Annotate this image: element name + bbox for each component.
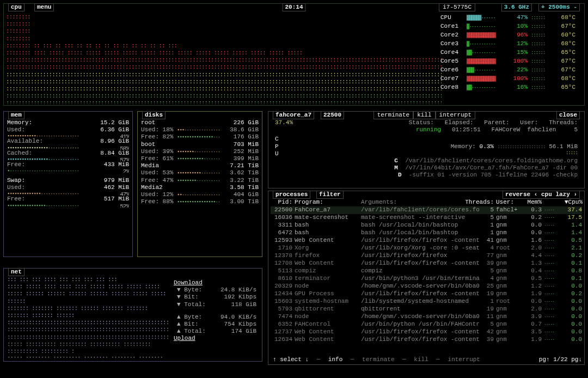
- process-row[interactable]: 12434 GPU Process /usr/lib/firefox/firef…: [271, 290, 582, 298]
- dn-bit: 192 Kibps: [224, 294, 256, 301]
- cpu-model: i7-5775C: [439, 3, 475, 11]
- detail-mem-pct: 0.3%: [480, 143, 494, 150]
- info-hint[interactable]: info: [328, 356, 342, 363]
- process-row[interactable]: 12737 Web Content /usr/lib/firefox/firef…: [271, 328, 582, 336]
- process-row[interactable]: 12634 Web Content /usr/lib/firefox/firef…: [271, 336, 582, 344]
- dn-total: 118 GiB: [231, 301, 256, 308]
- detail-user: fahclien: [528, 126, 556, 133]
- core-row: Core8 ▓▓·········· 16% :::::: 65°C: [440, 83, 582, 92]
- core-row: Core4 ▓▓·········· 15% :::::: 65°C: [440, 48, 582, 57]
- select-hint[interactable]: ↑ select ↓: [273, 356, 309, 363]
- dn-byte: 24.8 KiB/s: [220, 286, 256, 294]
- net-history-graph: ::: ::: ::: :::: ::: ::: ::: ::: ::: :::…: [7, 276, 170, 358]
- process-row[interactable]: 12378 firefox /usr/lib/firefox/firefox 7…: [271, 252, 582, 260]
- mem-title: mem: [8, 111, 24, 119]
- cpu-freq: 3.6 GHz: [501, 3, 532, 11]
- close-button[interactable]: close: [556, 111, 580, 119]
- cpu-title[interactable]: cpu: [8, 3, 24, 11]
- process-row[interactable]: 15603 systemd-hostnam /lib/systemd/syste…: [271, 298, 582, 306]
- process-row[interactable]: 7474 node /home/gnm/.vscode-server/bin/0…: [271, 313, 582, 321]
- core-row: Core5 ▓▓▓▓▓▓▓▓▓▓▓▓ 100% :::::: 67°C: [440, 57, 582, 66]
- footer-kill[interactable]: kill: [414, 356, 428, 363]
- process-row[interactable]: 22500 FahCore_a7 /var/lib/fahclient/core…: [271, 206, 582, 214]
- process-table-header: Pid: Program: Arguments: Threads: User: …: [271, 199, 582, 206]
- process-row[interactable]: 8610 terminator /usr/bin/python3 /usr/bi…: [271, 275, 582, 283]
- process-row[interactable]: 12708 Web Content /usr/lib/firefox/firef…: [271, 260, 582, 267]
- process-row[interactable]: 6472 bash bash /usr/local/bin/bashtop 1 …: [271, 229, 582, 237]
- cpu-core-list: CPU ▓▓▓▓▓▓······ 47% :::::: 68°C Core1 ▓…: [440, 14, 582, 92]
- clock: 20:14: [282, 3, 305, 11]
- core-row: Core1 ▓··········· 10% :::::: 67°C: [440, 22, 582, 31]
- process-row[interactable]: 3311 bash bash /usr/local/bin/bashtop 1 …: [271, 222, 582, 229]
- net-title: net: [8, 268, 24, 276]
- sort-mode[interactable]: reverse ‹ cpu lazy ›: [503, 191, 580, 199]
- up-total: 174 GiB: [231, 328, 256, 335]
- kill-button[interactable]: kill: [413, 111, 435, 119]
- detail-cpu-pct: 37.4%: [275, 119, 293, 126]
- detail-threads: 5: [574, 126, 578, 133]
- cpu-history-graph: :::::::: ::::::::: [6, 14, 442, 104]
- process-row[interactable]: 1710 Xorg /usr/lib/xorg/Xorg -core :0 -s…: [271, 245, 582, 252]
- terminate-button[interactable]: terminate: [373, 111, 413, 119]
- cpu-panel: cpu menu 20:14 + 2500ms - i7-5775C 3.6 G…: [3, 3, 585, 106]
- process-row[interactable]: 5793 qbittorrent qbittorrent 19 gnm 2.0 …: [271, 306, 582, 313]
- processes-panel: processes filter reverse ‹ cpu lazy › Pi…: [268, 191, 585, 365]
- disks-title: disks: [142, 111, 166, 119]
- process-table[interactable]: 22500 FahCore_a7 /var/lib/fahclient/core…: [271, 206, 582, 356]
- cmd-c: /var/lib/fahclient/cores/cores.foldingat…: [405, 157, 578, 164]
- detail-proc-name: fahcore_a7: [273, 111, 314, 119]
- up-bit: 754 Kibps: [224, 321, 256, 328]
- process-row[interactable]: 20329 node /home/gnm/.vscode-server/bin/…: [271, 283, 582, 290]
- cmd-m: /v7/lin/64bit/avx/Core_a7.fah/FahCore_a7…: [405, 164, 578, 171]
- detail-elapsed: 01:25:51: [452, 126, 481, 133]
- process-actions: terminate kill interrupt: [373, 111, 475, 119]
- process-detail-panel: fahcore_a7 22500 terminate kill interrup…: [268, 111, 585, 188]
- process-row[interactable]: 16036 mate-screenshot mate-screenshot --…: [271, 214, 582, 222]
- download-label: Download: [174, 279, 260, 286]
- processes-title: processes: [273, 191, 310, 199]
- process-row[interactable]: 12593 Web Content /usr/lib/firefox/firef…: [271, 237, 582, 245]
- detail-mini-graph: :::::: [566, 150, 578, 157]
- mem-panel: mem Memory:15.2 GiB Used:6.36 GiB ▪▪▪▪▪▪…: [3, 111, 133, 257]
- processes-footer: ↑ select ↓ ─ info ─ terminate ─ kill ─ i…: [271, 356, 582, 363]
- core-row: Core3 ▓··········· 12% :::::: 68°C: [440, 40, 582, 48]
- detail-mem-val: 56.1 MiB: [549, 143, 578, 150]
- detail-status: running: [416, 126, 441, 133]
- detail-parent: FAHCoreW: [492, 126, 520, 133]
- page-indicator[interactable]: pg↑ 1/22 pg↓: [539, 356, 582, 363]
- core-row: CPU ▓▓▓▓▓▓······ 47% :::::: 68°C: [440, 14, 582, 22]
- core-row: Core2 ▓▓▓▓▓▓▓▓▓▓▓▓ 96% :::::: 60°C: [440, 31, 582, 40]
- interrupt-button[interactable]: interrupt: [436, 111, 475, 119]
- net-stats: Download ▼ Byte:24.8 KiB/s ▼ Bit:192 Kib…: [174, 279, 260, 343]
- process-row[interactable]: 6352 FAHControl /usr/bin/python /usr/bin…: [271, 321, 582, 328]
- menu-button[interactable]: menu: [34, 3, 54, 11]
- filter-button[interactable]: filter: [316, 191, 344, 199]
- cmd-d: -suffix 01 -version 705 -lifeline 22496 …: [409, 172, 578, 178]
- footer-terminate[interactable]: terminate: [362, 356, 394, 363]
- core-row: Core6 ▓▓▓········· 22% :::::: 67°C: [440, 66, 582, 75]
- upload-label: Upload: [174, 335, 260, 342]
- disks-panel: disks root226 GiB Used: 18% ▪▪▪·········…: [137, 111, 262, 257]
- detail-proc-pid: 22500: [321, 111, 344, 119]
- footer-interrupt[interactable]: interrupt: [448, 356, 480, 363]
- refresh-rate[interactable]: + 2500ms -: [538, 3, 580, 11]
- net-panel: net: [3, 268, 262, 362]
- up-byte: 94.0 KiB/s: [220, 314, 256, 321]
- process-row[interactable]: 5113 compiz compiz 5 gnm 0.4 ..... 0.8: [271, 267, 582, 275]
- core-row: Core7 ▓▓▓▓▓▓▓▓▓▓▓▓ 100% :::::: 68°C: [440, 75, 582, 83]
